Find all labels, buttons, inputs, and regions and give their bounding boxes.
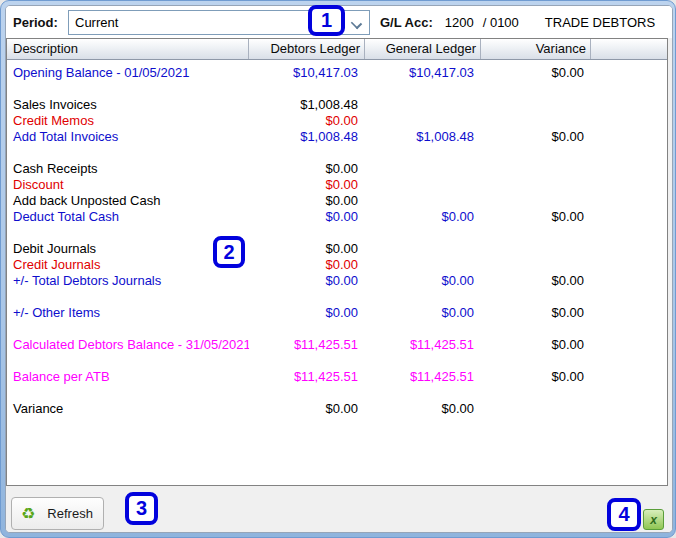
cell-general: $1,008.48 bbox=[365, 129, 481, 145]
table-spacer-row bbox=[7, 145, 667, 161]
cell-general bbox=[365, 97, 481, 113]
cell-debtors: $0.00 bbox=[249, 177, 365, 193]
table-row: Sales Invoices$1,008.48 bbox=[7, 97, 667, 113]
cell-debtors: $0.00 bbox=[249, 113, 365, 129]
column-header-empty bbox=[591, 39, 667, 59]
annotation-badge-2: 2 bbox=[213, 236, 245, 268]
gl-acc-name: TRADE DEBTORS bbox=[545, 15, 655, 30]
cell-variance bbox=[481, 177, 591, 193]
gl-acc-label: G/L Acc: bbox=[380, 15, 433, 30]
cell-variance bbox=[481, 97, 591, 113]
cell-debtors: $0.00 bbox=[249, 209, 365, 225]
cell-variance: $0.00 bbox=[481, 65, 591, 81]
cell-variance bbox=[481, 241, 591, 257]
cell-label: Discount bbox=[7, 177, 249, 193]
cell-general bbox=[365, 241, 481, 257]
cell-general bbox=[365, 161, 481, 177]
cell-label: Add back Unposted Cash bbox=[7, 193, 249, 209]
refresh-button-label: Refresh bbox=[47, 506, 93, 521]
cell-debtors: $0.00 bbox=[249, 273, 365, 289]
gl-acc-subaccount: / 0100 bbox=[483, 15, 519, 30]
cell-variance bbox=[481, 401, 591, 417]
cell-debtors: $0.00 bbox=[249, 401, 365, 417]
cell-label: Sales Invoices bbox=[7, 97, 249, 113]
table-spacer-row bbox=[7, 321, 667, 337]
cell-label: +/- Other Items bbox=[7, 305, 249, 321]
cell-general: $0.00 bbox=[365, 305, 481, 321]
footer-bar: ♻ Refresh x bbox=[6, 487, 672, 533]
cell-variance bbox=[481, 193, 591, 209]
cell-debtors: $0.00 bbox=[249, 161, 365, 177]
cell-general bbox=[365, 113, 481, 129]
reconciliation-window: Period: Current G/L Acc: 1200 / 0100 TRA… bbox=[0, 0, 676, 538]
cell-label: +/- Total Debtors Journals bbox=[7, 273, 249, 289]
chevron-down-icon[interactable] bbox=[352, 19, 360, 27]
recycle-icon: ♻ bbox=[21, 506, 35, 522]
cell-general: $11,425.51 bbox=[365, 337, 481, 353]
cell-variance: $0.00 bbox=[481, 209, 591, 225]
cell-variance: $0.00 bbox=[481, 305, 591, 321]
table-row: Opening Balance - 01/05/2021$10,417.03$1… bbox=[7, 65, 667, 81]
cell-debtors: $0.00 bbox=[249, 241, 365, 257]
table-row: Add back Unposted Cash$0.00 bbox=[7, 193, 667, 209]
cell-variance: $0.00 bbox=[481, 129, 591, 145]
cell-debtors: $0.00 bbox=[249, 305, 365, 321]
annotation-badge-1: 1 bbox=[308, 5, 345, 36]
table-row: Balance per ATB$11,425.51$11,425.51$0.00 bbox=[7, 369, 667, 385]
cell-variance bbox=[481, 257, 591, 273]
cell-variance: $0.00 bbox=[481, 337, 591, 353]
table-row: Variance$0.00$0.00 bbox=[7, 401, 667, 417]
excel-export-glyph: x bbox=[650, 513, 657, 527]
table-row: Calculated Debtors Balance - 31/05/2021$… bbox=[7, 337, 667, 353]
table-header: Description Debtors Ledger General Ledge… bbox=[7, 39, 667, 60]
cell-label: Deduct Total Cash bbox=[7, 209, 249, 225]
cell-debtors: $10,417.03 bbox=[249, 65, 365, 81]
table-row: Add Total Invoices$1,008.48$1,008.48$0.0… bbox=[7, 129, 667, 145]
cell-general: $0.00 bbox=[365, 209, 481, 225]
cell-label: Cash Receipts bbox=[7, 161, 249, 177]
table-row: +/- Other Items$0.00$0.00$0.00 bbox=[7, 305, 667, 321]
annotation-badge-4: 4 bbox=[607, 498, 641, 531]
cell-general bbox=[365, 257, 481, 273]
excel-export-icon[interactable]: x bbox=[643, 509, 664, 530]
cell-variance: $0.00 bbox=[481, 369, 591, 385]
table-spacer-row bbox=[7, 289, 667, 305]
cell-debtors: $0.00 bbox=[249, 193, 365, 209]
gl-account-group: G/L Acc: 1200 / 0100 TRADE DEBTORS bbox=[380, 15, 655, 30]
cell-general bbox=[365, 193, 481, 209]
table-body: Opening Balance - 01/05/2021$10,417.03$1… bbox=[7, 60, 667, 417]
cell-label: Balance per ATB bbox=[7, 369, 249, 385]
table-spacer-row bbox=[7, 353, 667, 369]
cell-debtors: $0.00 bbox=[249, 257, 365, 273]
table-row: Credit Memos$0.00 bbox=[7, 113, 667, 129]
cell-variance bbox=[481, 161, 591, 177]
period-label: Period: bbox=[13, 15, 58, 30]
table-row: Deduct Total Cash$0.00$0.00$0.00 bbox=[7, 209, 667, 225]
period-dropdown-value: Current bbox=[75, 15, 118, 30]
column-header-description[interactable]: Description bbox=[7, 39, 249, 59]
cell-general: $0.00 bbox=[365, 273, 481, 289]
column-header-debtors-ledger[interactable]: Debtors Ledger bbox=[249, 39, 365, 59]
cell-variance bbox=[481, 113, 591, 129]
cell-debtors: $1,008.48 bbox=[249, 129, 365, 145]
cell-variance: $0.00 bbox=[481, 273, 591, 289]
table-row: Credit Journals$0.00 bbox=[7, 257, 667, 273]
cell-general bbox=[365, 177, 481, 193]
cell-label: Add Total Invoices bbox=[7, 129, 249, 145]
content-panel: Period: Current G/L Acc: 1200 / 0100 TRA… bbox=[5, 5, 673, 533]
cell-debtors: $11,425.51 bbox=[249, 337, 365, 353]
cell-label: Opening Balance - 01/05/2021 bbox=[7, 65, 249, 81]
cell-label: Variance bbox=[7, 401, 249, 417]
column-header-variance[interactable]: Variance bbox=[481, 39, 591, 59]
cell-general: $10,417.03 bbox=[365, 65, 481, 81]
table-row: Discount$0.00 bbox=[7, 177, 667, 193]
table-row: +/- Total Debtors Journals$0.00$0.00$0.0… bbox=[7, 273, 667, 289]
column-header-general-ledger[interactable]: General Ledger bbox=[365, 39, 481, 59]
gl-acc-value: 1200 bbox=[445, 15, 474, 30]
reconciliation-table: Description Debtors Ledger General Ledge… bbox=[6, 38, 668, 486]
table-row: Cash Receipts$0.00 bbox=[7, 161, 667, 177]
cell-label: Calculated Debtors Balance - 31/05/2021 bbox=[7, 337, 249, 353]
cell-general: $11,425.51 bbox=[365, 369, 481, 385]
table-spacer-row bbox=[7, 385, 667, 401]
refresh-button[interactable]: ♻ Refresh bbox=[11, 497, 104, 530]
